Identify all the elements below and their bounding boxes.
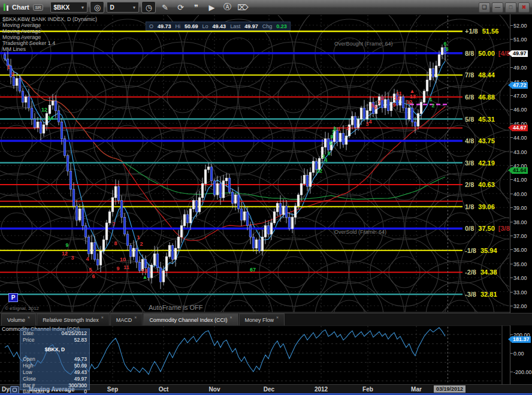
quote-strip: O49.73 Hi50.69 Lo49.43 Last49.97 Chg0.23: [146, 22, 291, 31]
change-value: 0.23: [276, 23, 287, 29]
pencil-icon: ✎: [162, 3, 168, 12]
price-axis[interactable]: 52.0051.0050.0049.0048.0047.0046.0045.00…: [510, 14, 532, 393]
seeker-count: 34: [47, 115, 53, 121]
play-circle-icon: ▶: [208, 3, 214, 12]
legend-row: $BKX,KBW BANK INDEX, D (Dynamic): [2, 16, 97, 22]
symbol-lookup-button[interactable]: ◎: [90, 1, 104, 13]
price-marker: 47.72: [512, 82, 528, 89]
mm-line-label: 0/837.50[3/8]: [465, 225, 512, 232]
seeker-count: 13: [141, 268, 147, 274]
window-close-button[interactable]: ✖: [518, 2, 530, 13]
price-tick: 39.00: [513, 205, 527, 211]
eraser-button[interactable]: ⌦: [236, 2, 249, 13]
close-icon[interactable]: ×: [134, 315, 137, 319]
window-minimize-button[interactable]: —: [492, 2, 503, 13]
mm-line-label: 7/848.44: [465, 71, 495, 79]
tab-relative-strength-index[interactable]: Relative Strength Index×: [37, 313, 110, 325]
study-legend: $BKX,KBW BANK INDEX, D (Dynamic)Moving A…: [2, 16, 97, 52]
seeker-count: 11: [396, 91, 402, 97]
seeker-count: 9: [116, 266, 119, 272]
seeker-count: 4: [86, 256, 89, 262]
tooltip-row: Low49.43: [23, 369, 87, 375]
auto-button[interactable]: Ⓐ: [220, 2, 234, 13]
seeker-count: 12: [41, 107, 47, 113]
open-value: 49.73: [158, 23, 171, 29]
close-icon[interactable]: ×: [28, 315, 30, 319]
tooltip-symbol: $BKX, D: [20, 346, 89, 352]
mm-line-label: 2/840.63: [465, 181, 495, 188]
symbol-input[interactable]: $BKX ▼: [50, 2, 87, 13]
seeker-count: 5: [327, 150, 330, 156]
mm-line-label: -2/834.38: [465, 269, 497, 276]
interval-value: D: [110, 4, 114, 11]
time-template-button[interactable]: ◷: [141, 1, 156, 13]
price-tick: 49.00: [513, 65, 527, 71]
seeker-count: 12: [406, 99, 412, 105]
price-marker: 49.97: [512, 50, 528, 57]
pointer-tool-badge[interactable]: P: [8, 293, 18, 302]
close-icon[interactable]: ×: [276, 315, 279, 319]
legend-row: Moving Average: [2, 34, 97, 40]
quote-note-button[interactable]: ❞: [189, 2, 202, 13]
window-titlebar: Chart SR $BKX ▼ ◎ D ▼ ◷ ✎ ⟳ ❞ ▶ Ⓐ: [0, 0, 532, 14]
autoframe-status: AutoFrame is OFF: [149, 304, 202, 311]
chevron-down-icon: ▼: [132, 5, 137, 10]
draw-tool-button[interactable]: ✎: [158, 2, 171, 13]
tab-volume[interactable]: Volume×: [1, 313, 36, 325]
seeker-count: 2: [140, 241, 143, 247]
price-tick: 40.00: [513, 191, 527, 197]
circled-a-icon: Ⓐ: [223, 2, 231, 13]
month-label: Mar: [411, 386, 422, 393]
copyright-label: © eSignal, 2012: [5, 306, 39, 311]
replay-button[interactable]: ▶: [205, 2, 218, 13]
window-restore-button[interactable]: ❏: [479, 2, 490, 13]
month-label: Feb: [362, 386, 373, 393]
clock-icon: ◷: [146, 3, 152, 12]
close-icon[interactable]: ×: [101, 315, 104, 319]
tab-macd[interactable]: MACD×: [110, 313, 143, 325]
price-tick: 51.00: [513, 37, 527, 43]
indicator-tabbar: Volume×Relative Strength Index×MACD×Comm…: [0, 313, 532, 325]
cci-tick: 0.00: [513, 351, 524, 357]
tooltip-row: Date04/25/2012: [23, 330, 87, 336]
oversold-label: OverSold (Frame: 64): [334, 229, 386, 235]
tooltip-row: Price52.83: [23, 337, 87, 343]
close-icon[interactable]: ×: [229, 315, 232, 319]
tooltip-row: High50.69: [23, 363, 87, 369]
seeker-count: 9: [392, 102, 395, 108]
seeker-count: 1: [429, 97, 432, 102]
window-maximize-button[interactable]: □: [505, 2, 516, 13]
last-label: Last: [230, 23, 240, 29]
change-label: Chg: [262, 23, 273, 29]
reload-button[interactable]: ⟳: [174, 2, 187, 13]
price-tick: 46.00: [513, 107, 527, 113]
mm-line-label: 8/850.00[4/8]: [465, 50, 512, 57]
chart-window: Chart SR $BKX ▼ ◎ D ▼ ◷ ✎ ⟳ ❞ ▶ Ⓐ: [0, 0, 532, 395]
price-tick: 52.00: [513, 23, 527, 29]
tooltip-row: Open49.73: [23, 356, 87, 362]
month-label: Nov: [209, 386, 220, 393]
link-group-badge[interactable]: SR: [33, 4, 44, 11]
price-tick: 43.00: [513, 149, 527, 155]
price-marker: 44.67: [512, 125, 528, 131]
seeker-count: 2: [431, 102, 434, 108]
low-label: Lo: [202, 23, 208, 29]
interval-select[interactable]: D ▼: [107, 2, 139, 13]
seeker-count: 4: [368, 119, 371, 125]
mm-line-label: 5/845.31: [465, 116, 495, 123]
price-tick: 37.00: [513, 233, 527, 239]
price-tick: 33.00: [513, 290, 527, 296]
last-value: 49.97: [244, 23, 258, 29]
tab-money-flow[interactable]: Money Flow×: [239, 313, 285, 325]
seeker-count: 6: [329, 140, 332, 146]
chart-app-icon: [4, 4, 8, 11]
price-tick: 35.00: [513, 261, 527, 267]
price-marker: 41.64: [512, 167, 528, 174]
seeker-count: 9: [65, 242, 68, 248]
price-tick: 44.00: [513, 135, 527, 141]
high-label: Hi: [176, 23, 181, 29]
seeker-count: 10: [120, 257, 126, 263]
low-value: 49.43: [213, 23, 226, 29]
tab-commodity-channel-index-cci-[interactable]: Commodity Channel Index (CCI)×: [143, 313, 238, 325]
seeker-count: 1: [337, 126, 340, 132]
